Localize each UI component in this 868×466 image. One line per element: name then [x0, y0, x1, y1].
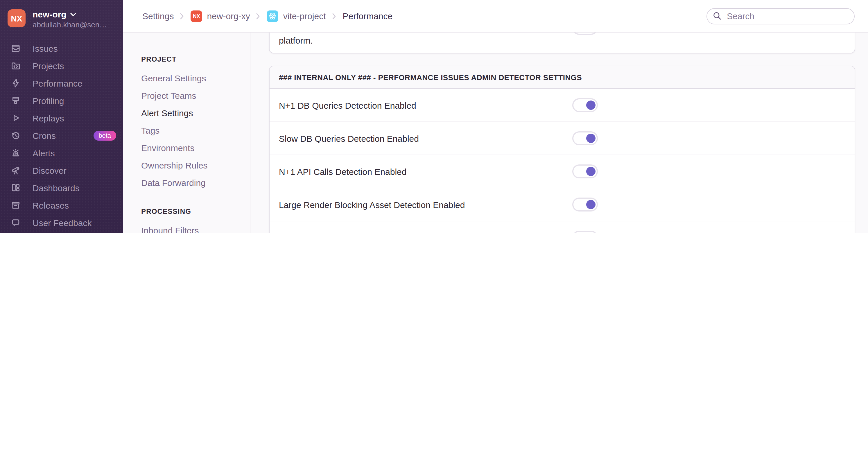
sidebar-item-label: Performance — [33, 78, 83, 88]
settings-nav-heading: PROJECT — [141, 54, 250, 65]
sidebar-item-projects[interactable]: Projects — [0, 57, 123, 74]
chevron-down-icon — [70, 12, 76, 17]
sidebar-item-profiling[interactable]: Profiling — [0, 92, 123, 109]
sidebar-item-discover[interactable]: Discover — [0, 161, 123, 179]
setting-row: N+1 API Calls Detection Enabled — [270, 155, 855, 188]
breadcrumb-item-settings[interactable]: Settings — [142, 11, 174, 21]
org-avatar: NX — [7, 9, 26, 27]
sidebar-group: StatsSettings — [0, 231, 123, 233]
sidebar: NX new-org abdullah.khan@sen… IssuesProj… — [0, 0, 123, 233]
sidebar-item-label: Alerts — [33, 148, 55, 158]
top-header: SettingsNXnew-org-xyvite-projectPerforma… — [123, 0, 868, 33]
sidebar-item-performance[interactable]: Performance — [0, 74, 123, 92]
org-email: abdullah.khan@sen… — [33, 20, 107, 30]
org-switcher[interactable]: NX new-org abdullah.khan@sen… — [0, 0, 123, 35]
sidebar-group: PerformanceProfilingReplaysCronsbetaAler… — [0, 74, 123, 161]
toggle-knob — [586, 167, 595, 176]
org-avatar-icon: NX — [191, 10, 202, 22]
sidebar-item-label: Issues — [33, 43, 58, 53]
settings-nav-section: PROJECTGeneral SettingsProject TeamsAler… — [141, 54, 250, 192]
toggle-knob — [586, 100, 595, 110]
sidebar-item-label: Profiling — [33, 96, 64, 105]
settings-nav-item-environments[interactable]: Environments — [141, 139, 250, 157]
setting-label: Large Render Blocking Asset Detection En… — [279, 199, 465, 210]
sidebar-nav: IssuesProjectsPerformanceProfilingReplay… — [0, 39, 123, 233]
settings-nav-heading: PROCESSING — [141, 206, 250, 217]
discover-icon — [10, 165, 21, 176]
setting-label: Consecutive DB Queries Detection Enabled — [279, 233, 448, 233]
sidebar-item-crons[interactable]: Cronsbeta — [0, 127, 123, 144]
detector-settings-panel: ### INTERNAL ONLY ### - PERFORMANCE ISSU… — [269, 66, 855, 233]
sidebar-item-alerts[interactable]: Alerts — [0, 144, 123, 161]
setting-label: N+1 DB Queries Detection Enabled — [279, 100, 416, 110]
breadcrumb-label: Settings — [142, 11, 174, 21]
toggle-knob — [586, 200, 595, 209]
toggle-switch[interactable] — [572, 131, 598, 145]
search-icon — [713, 11, 721, 20]
beta-badge: beta — [93, 130, 116, 140]
search-input[interactable] — [726, 10, 848, 22]
sidebar-item-issues[interactable]: Issues — [0, 39, 123, 57]
sidebar-item-dashboards[interactable]: Dashboards — [0, 179, 123, 196]
alerts-icon — [10, 148, 21, 158]
sidebar-item-user-feedback[interactable]: User Feedback — [0, 214, 123, 231]
sidebar-item-label: Replays — [33, 113, 64, 123]
org-meta: new-org abdullah.khan@sen… — [33, 9, 107, 30]
toggle-switch[interactable] — [572, 164, 598, 178]
toggle-switch[interactable] — [572, 231, 598, 233]
setting-row: N+1 DB Queries Detection Enabled — [270, 89, 855, 122]
sidebar-item-label: Projects — [33, 61, 64, 71]
sidebar-item-label: Discover — [33, 165, 66, 175]
breadcrumb-item-vite-project[interactable]: vite-project — [267, 10, 326, 22]
user-feedback-icon — [10, 217, 21, 228]
main-content: platform. ### INTERNAL ONLY ### - PERFOR… — [250, 33, 868, 233]
toggle-switch[interactable] — [572, 98, 598, 112]
projects-icon — [10, 60, 21, 71]
setting-row: Consecutive DB Queries Detection Enabled — [270, 221, 855, 233]
settings-subnav: PROJECTGeneral SettingsProject TeamsAler… — [123, 33, 250, 233]
app-root: NX new-org abdullah.khan@sen… IssuesProj… — [0, 0, 868, 233]
sidebar-item-label: Releases — [33, 200, 69, 210]
panel-title: ### INTERNAL ONLY ### - PERFORMANCE ISSU… — [270, 66, 855, 89]
panel-body: N+1 DB Queries Detection EnabledSlow DB … — [270, 89, 855, 233]
previous-settings-card: platform. — [269, 33, 855, 54]
breadcrumb-item-new-org-xy[interactable]: NXnew-org-xy — [191, 10, 250, 22]
settings-nav-item-general-settings[interactable]: General Settings — [141, 70, 250, 87]
sidebar-group: DiscoverDashboardsReleasesUser Feedback — [0, 161, 123, 231]
dashboards-icon — [10, 182, 21, 193]
breadcrumb-label: Performance — [343, 11, 393, 21]
toggle-switch[interactable] — [572, 197, 598, 212]
breadcrumb-item-performance: Performance — [343, 11, 393, 21]
truncated-description: platform. — [279, 35, 313, 45]
settings-nav-item-project-teams[interactable]: Project Teams — [141, 87, 250, 104]
sidebar-item-label: Crons — [33, 130, 56, 140]
breadcrumb: SettingsNXnew-org-xyvite-projectPerforma… — [142, 10, 393, 22]
breadcrumb-separator-icon — [332, 12, 337, 20]
settings-nav-item-inbound-filters[interactable]: Inbound Filters — [141, 222, 250, 233]
breadcrumb-separator-icon — [256, 12, 261, 20]
settings-nav-item-data-forwarding[interactable]: Data Forwarding — [141, 174, 250, 192]
setting-row: Large Render Blocking Asset Detection En… — [270, 188, 855, 221]
toggle-switch[interactable] — [572, 33, 598, 35]
search-box[interactable] — [707, 8, 855, 24]
setting-label: N+1 API Calls Detection Enabled — [279, 166, 406, 176]
sidebar-item-label: Dashboards — [33, 183, 80, 193]
react-project-icon — [267, 10, 279, 22]
org-name: new-org — [33, 9, 66, 20]
issues-icon — [10, 43, 21, 54]
sidebar-item-replays[interactable]: Replays — [0, 109, 123, 127]
breadcrumb-label: new-org-xy — [207, 11, 250, 21]
settings-nav-item-tags[interactable]: Tags — [141, 122, 250, 139]
sidebar-item-label: User Feedback — [33, 218, 92, 227]
settings-nav-item-alert-settings[interactable]: Alert Settings — [141, 104, 250, 122]
setting-label: Slow DB Queries Detection Enabled — [279, 133, 419, 143]
settings-nav-item-ownership-rules[interactable]: Ownership Rules — [141, 157, 250, 174]
sidebar-group: IssuesProjects — [0, 39, 123, 74]
setting-row: Slow DB Queries Detection Enabled — [270, 122, 855, 155]
breadcrumb-label: vite-project — [283, 11, 326, 21]
sidebar-item-stats[interactable]: Stats — [0, 231, 123, 233]
sidebar-item-releases[interactable]: Releases — [0, 196, 123, 214]
profiling-icon — [10, 95, 21, 106]
toggle-knob — [586, 134, 595, 143]
releases-icon — [10, 200, 21, 210]
